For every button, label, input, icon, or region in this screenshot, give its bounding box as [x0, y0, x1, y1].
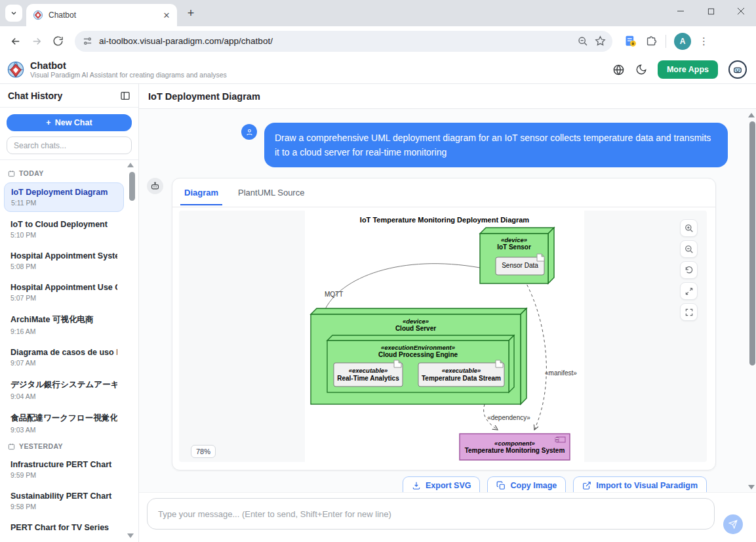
app-subtitle: Visual Paradigm AI Assistant for creatin… [30, 71, 227, 79]
chat-item-time: 5:08 PM [10, 262, 117, 270]
profile-avatar[interactable]: A [674, 33, 691, 50]
browser-tab[interactable]: Chatbot ✕ [26, 4, 177, 26]
extensions-puzzle-icon[interactable] [645, 35, 658, 47]
chat-item-title: PERT Chart for TV Series [10, 523, 117, 532]
paper-plane-icon [728, 520, 738, 529]
stream-stereotype: «executable» [418, 367, 504, 374]
main-content: IoT Deployment Diagram Draw a comprehens… [139, 84, 756, 542]
maximize-button[interactable] [696, 0, 726, 22]
monitoring-name: Temperature Monitoring System [460, 447, 570, 454]
section-yesterday: YESTERDAY [8, 442, 124, 450]
copy-image-button[interactable]: Copy Image [487, 476, 566, 492]
send-button[interactable] [723, 514, 743, 534]
tab-diagram[interactable]: Diagram [183, 180, 220, 205]
close-window-button[interactable] [726, 0, 756, 22]
chat-item-title: Hospital Appointment System [10, 251, 117, 261]
chat-item[interactable]: Infrastructure PERT Chart 9:59 PM [4, 455, 124, 484]
sidebar-scroll-down-arrow[interactable] [127, 533, 134, 538]
chat-item[interactable]: Sustainability PERT Chart 9:58 PM [4, 487, 124, 515]
minimize-button[interactable] [666, 0, 696, 22]
address-bar[interactable]: ai-toolbox.visual-paradigm.com/app/chatb… [75, 31, 612, 52]
site-info-icon[interactable] [83, 36, 92, 46]
chat-item-time: 9:07 AM [10, 359, 117, 367]
chat-item[interactable]: PERT Chart for TV Series [4, 518, 124, 537]
zoom-page-icon[interactable] [578, 36, 588, 47]
import-to-visual-paradigm-button[interactable]: Import to Visual Paradigm [573, 476, 707, 492]
collapse-sidebar-icon[interactable] [120, 91, 130, 101]
engine-stereotype: «executionEnvironment» [327, 344, 509, 351]
external-link-icon [582, 481, 591, 490]
deployment-diagram-graphic [179, 211, 707, 462]
edge-label-manifest: «manifest» [545, 369, 591, 377]
tab-close-icon[interactable]: ✕ [161, 10, 172, 20]
visual-paradigm-logo [7, 60, 25, 79]
chat-item[interactable]: IoT Deployment Diagram 5:11 PM [4, 182, 124, 212]
chat-item-title: Diagrama de casos de uso bi... [10, 348, 117, 357]
chat-item[interactable]: Hospital Appointment System 5:08 PM [4, 247, 124, 275]
fullscreen-button[interactable] [680, 303, 698, 321]
reset-view-button[interactable] [680, 261, 698, 279]
browser-urlbar: ai-toolbox.visual-paradigm.com/app/chatb… [0, 26, 756, 56]
copy-icon [496, 481, 506, 490]
chat-scroll-up-arrow[interactable] [748, 113, 755, 117]
url-text[interactable]: ai-toolbox.visual-paradigm.com/app/chatb… [99, 36, 571, 46]
chat-item[interactable]: Diagrama de casos de uso bi... 9:07 AM [4, 343, 124, 371]
tab-search-chevron-icon[interactable] [5, 5, 22, 22]
diagram-title: IoT Temperature Monitoring Deployment Di… [305, 216, 584, 224]
user-avatar-icon [241, 124, 257, 140]
app-title: Chatbot [30, 60, 227, 71]
export-svg-button[interactable]: Export SVG [403, 476, 480, 492]
chat-item[interactable]: Hospital Appointment Use C... 5:07 PM [4, 278, 124, 306]
language-globe-icon[interactable] [612, 64, 625, 76]
chat-history-sidebar: Chat History +New Chat TODAY IoT Deploym… [0, 84, 139, 542]
zoom-out-button[interactable] [680, 240, 698, 258]
zoom-level-badge: 78% [191, 445, 216, 458]
diagram-viewport[interactable]: IoT Temperature Monitoring Deployment Di… [179, 211, 707, 462]
back-icon[interactable] [7, 32, 25, 51]
chat-item-time: 5:07 PM [10, 294, 117, 302]
dark-mode-moon-icon[interactable] [635, 64, 647, 75]
chrome-menu-icon[interactable]: ⋮ [699, 35, 709, 47]
search-chats-input[interactable] [7, 136, 132, 154]
sidebar-scrollbar-thumb[interactable] [129, 172, 135, 201]
diagram-response-card: Diagram PlantUML Source [172, 178, 716, 470]
more-apps-button[interactable]: More Apps [658, 60, 718, 79]
bookmark-star-icon[interactable] [595, 35, 606, 47]
tab-title: Chatbot [49, 10, 156, 20]
tab-plantuml-source[interactable]: PlantUML Source [237, 180, 306, 205]
chat-item[interactable]: ArchiMate 可视化电商 9:16 AM [4, 310, 124, 340]
chat-item-time: 9:16 AM [10, 327, 117, 335]
chat-item-title: デジタル銀行システムアーキ... [10, 379, 117, 390]
chatbot-face-icon[interactable] [728, 60, 747, 79]
calendar-icon [8, 443, 15, 450]
chat-item[interactable]: デジタル銀行システムアーキ... 9:04 AM [4, 375, 124, 405]
user-message-bubble: Draw a comprehensive UML deployment diag… [264, 123, 728, 167]
chat-item-time: 9:59 PM [10, 471, 117, 479]
chat-scrollbar-thumb[interactable] [749, 121, 755, 365]
chat-item[interactable]: IoT to Cloud Deployment 5:10 PM [4, 215, 124, 243]
reading-list-icon[interactable] [624, 35, 637, 48]
page-title: IoT Deployment Diagram [148, 91, 260, 102]
cloud-server-name: Cloud Server [311, 325, 521, 332]
bot-avatar-icon [147, 178, 163, 194]
sidebar-scroll-up-arrow[interactable] [127, 163, 134, 167]
browser-tabstrip: Chatbot ✕ + [0, 0, 756, 26]
sensor-data-artifact-label: Sensor Data [496, 262, 544, 269]
forward-icon[interactable] [28, 32, 46, 51]
analytics-stereotype: «executable» [334, 367, 403, 374]
new-chat-button[interactable]: +New Chat [7, 114, 132, 131]
chat-scroll-down-arrow[interactable] [748, 485, 755, 490]
fit-to-screen-button[interactable] [680, 282, 698, 300]
chat-item[interactable]: 食品配達ワークフロー視覚化 9:03 AM [4, 408, 124, 438]
reload-icon[interactable] [49, 32, 67, 51]
chat-item-time: 9:58 PM [10, 503, 117, 511]
chat-history-list[interactable]: TODAY IoT Deployment Diagram 5:11 PM IoT… [0, 160, 138, 542]
message-input[interactable] [147, 498, 715, 530]
chat-item-time: 5:11 PM [11, 199, 117, 207]
iot-sensor-name: IoT Sensor [480, 243, 548, 251]
window-controls [666, 0, 756, 22]
calendar-icon [8, 170, 15, 177]
zoom-in-button[interactable] [680, 219, 698, 237]
chat-scrollbar[interactable] [747, 110, 755, 491]
new-tab-button[interactable]: + [182, 5, 199, 22]
